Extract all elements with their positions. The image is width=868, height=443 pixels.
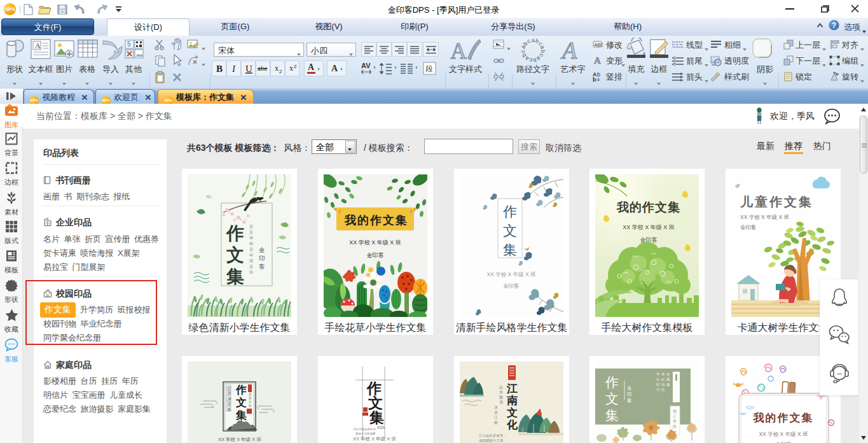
svg-text:作: 作 (235, 384, 247, 396)
svg-text:B: B (216, 64, 223, 74)
svg-text:作: 作 (605, 375, 619, 390)
svg-text:XX 学校 X 年级 X 班: XX 学校 X 年级 X 班 (349, 239, 401, 246)
svg-text:班: 班 (249, 270, 254, 274)
svg-text:化: 化 (506, 419, 518, 431)
svg-text:舟: 舟 (673, 419, 677, 423)
svg-text:境: 境 (499, 400, 503, 405)
svg-text:AV: AV (361, 62, 371, 69)
svg-text:XX 学校 X 年级 X 班: XX 学校 X 年级 X 班 (487, 271, 536, 278)
svg-text:某: 某 (249, 247, 254, 251)
svg-text:江: 江 (494, 416, 498, 419)
svg-text:XX 学校 X 年级 X 班: XX 学校 X 年级 X 班 (759, 431, 808, 437)
svg-text:b: b (597, 71, 600, 78)
svg-text:南: 南 (494, 421, 498, 425)
svg-text:abe: abe (258, 64, 267, 72)
svg-text:的: 的 (673, 424, 677, 429)
svg-text:U: U (245, 64, 252, 74)
svg-text:A: A (331, 64, 338, 73)
svg-text:A: A (560, 37, 577, 62)
svg-text:2: 2 (279, 69, 282, 74)
svg-text:江: 江 (506, 383, 518, 395)
svg-text:代: 代 (656, 388, 660, 391)
svg-text:学: 学 (656, 372, 660, 376)
svg-text:藏: 藏 (666, 377, 670, 381)
svg-text:我的作文集: 我的作文集 (344, 214, 408, 227)
svg-text:印: 印 (259, 255, 265, 262)
svg-text:记忆中最美的时光: 记忆中最美的时光 (352, 427, 376, 431)
svg-text:如: 如 (499, 395, 503, 400)
svg-text:XX 学校 X 年级 X 班: XX 学校 X 年级 X 班 (623, 224, 675, 230)
svg-text:A: A (594, 55, 601, 65)
svg-text:5: 5 (127, 41, 131, 48)
svg-text:文: 文 (605, 391, 619, 407)
svg-text:珍: 珍 (666, 372, 670, 376)
svg-text:金: 金 (259, 246, 265, 253)
svg-text:诵: 诵 (228, 397, 231, 400)
svg-text:惊: 惊 (672, 409, 677, 414)
svg-text:金印客: 金印客 (367, 252, 384, 258)
svg-text:回: 回 (661, 383, 665, 387)
svg-text:山: 山 (499, 385, 503, 389)
svg-text:集: 集 (369, 410, 384, 426)
svg-text:水: 水 (494, 405, 498, 409)
svg-text:XX 学校 X 年级 X 班: XX 学校 X 年级 X 班 (218, 437, 261, 442)
svg-text:I: I (231, 64, 236, 74)
svg-text:A: A (450, 38, 467, 62)
svg-text:时: 时 (656, 383, 660, 386)
svg-text:b: b (593, 76, 596, 82)
svg-text:版: 版 (666, 383, 670, 387)
svg-text:某: 某 (249, 224, 254, 229)
svg-text:某: 某 (249, 397, 252, 400)
svg-text:客: 客 (627, 398, 632, 404)
svg-text:水: 水 (499, 390, 503, 394)
svg-text:x: x (275, 64, 279, 73)
svg-text:集: 集 (503, 242, 517, 258)
svg-text:集: 集 (605, 408, 619, 423)
svg-text:儿童作文集: 儿童作文集 (740, 195, 813, 209)
svg-text:集: 集 (226, 267, 244, 286)
svg-text:校: 校 (249, 404, 252, 407)
svg-text:集: 集 (228, 407, 231, 411)
svg-text:读: 读 (227, 402, 231, 405)
svg-text:A: A (308, 62, 315, 72)
svg-text:文: 文 (235, 397, 247, 409)
svg-text:金印客: 金印客 (740, 224, 757, 230)
svg-text:集: 集 (235, 409, 247, 421)
svg-text:校: 校 (249, 241, 254, 246)
svg-text:印: 印 (627, 391, 632, 397)
svg-text:2: 2 (294, 64, 297, 69)
svg-text:级: 级 (249, 258, 254, 263)
svg-text:某: 某 (249, 230, 254, 234)
svg-text:文: 文 (368, 395, 383, 411)
svg-text:XX 学校 X 年级 X 班: XX 学校 X 年级 X 班 (353, 436, 396, 442)
svg-text:金: 金 (627, 385, 632, 391)
svg-text:XX 学校 X 年级 X 班: XX 学校 X 年级 X 班 (740, 214, 789, 220)
svg-text:经: 经 (228, 386, 231, 390)
svg-text:文: 文 (226, 245, 244, 265)
svg-text:段: 段 (426, 65, 433, 73)
svg-text:文: 文 (503, 223, 517, 239)
svg-text:烟雨朦胧今又来。: 烟雨朦胧今又来。 (479, 439, 507, 443)
svg-text:我的作文集: 我的作文集 (616, 200, 680, 214)
svg-text:好: 好 (661, 377, 665, 382)
svg-text:美: 美 (661, 372, 665, 376)
svg-text:忆: 忆 (661, 388, 665, 391)
svg-text:学: 学 (249, 400, 252, 404)
svg-text:客: 客 (259, 263, 265, 270)
svg-text:乡: 乡 (494, 411, 498, 414)
svg-text:文: 文 (506, 407, 518, 419)
svg-text:x: x (289, 64, 293, 73)
svg-text:典: 典 (228, 391, 231, 395)
svg-text:A: A (35, 41, 41, 50)
svg-text:年: 年 (249, 253, 254, 257)
svg-text:人: 人 (672, 414, 677, 418)
svg-text:我的作文集: 我的作文集 (753, 412, 814, 424)
svg-text:金印客: 金印客 (503, 283, 520, 289)
svg-text:cabcabcabcabcab: cabcabcabcabcab (520, 38, 546, 63)
svg-text:作: 作 (366, 381, 382, 397)
svg-text:某: 某 (249, 393, 252, 396)
svg-text:作: 作 (226, 223, 244, 243)
svg-text:作: 作 (503, 204, 517, 220)
svg-text:南: 南 (507, 395, 518, 407)
svg-text:将来生活的温暖: 将来生活的温暖 (355, 432, 376, 435)
